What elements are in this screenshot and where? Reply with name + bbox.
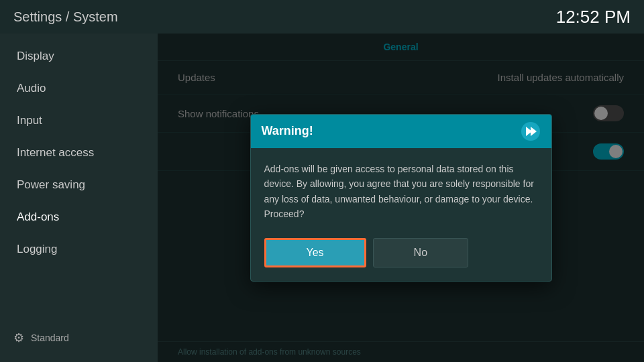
main-content: General Updates Install updates automati… (158, 34, 644, 362)
no-button[interactable]: No (373, 238, 468, 267)
page-title: Settings / System (13, 9, 118, 25)
dialog-title: Warning! (262, 124, 313, 138)
layout: Display Audio Input Internet access Powe… (0, 34, 644, 362)
dialog-buttons: Yes No (251, 238, 551, 281)
standard-label: Standard (31, 333, 69, 343)
sidebar-item-audio[interactable]: Audio (0, 72, 158, 105)
sidebar-footer: ⚙ Standard (0, 324, 158, 352)
dialog-message: Add-ons will be given access to personal… (264, 162, 538, 222)
sidebar-item-power-saving[interactable]: Power saving (0, 169, 158, 201)
dialog-header: Warning! (251, 115, 551, 148)
dialog-overlay: Warning! Add-ons will be given access to… (158, 34, 644, 362)
clock: 12:52 PM (556, 7, 631, 27)
sidebar-item-add-ons[interactable]: Add-ons (0, 201, 158, 233)
sidebar-item-input[interactable]: Input (0, 105, 158, 137)
sidebar-item-display[interactable]: Display (0, 40, 158, 72)
sidebar: Display Audio Input Internet access Powe… (0, 34, 158, 362)
kodi-logo-icon (521, 121, 541, 141)
sidebar-item-internet-access[interactable]: Internet access (0, 137, 158, 169)
gear-icon: ⚙ (13, 330, 24, 345)
dialog-body: Add-ons will be given access to personal… (251, 148, 551, 239)
yes-button[interactable]: Yes (264, 238, 366, 267)
warning-dialog: Warning! Add-ons will be given access to… (250, 114, 552, 282)
header: Settings / System 12:52 PM (0, 0, 644, 34)
sidebar-item-logging[interactable]: Logging (0, 233, 158, 265)
